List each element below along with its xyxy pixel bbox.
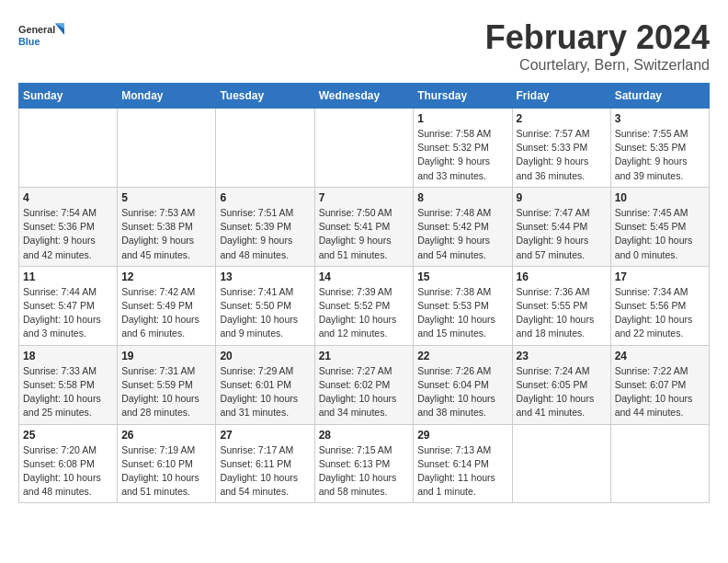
calendar-cell: 14Sunrise: 7:39 AMSunset: 5:52 PMDayligh…	[314, 266, 414, 345]
day-number: 29	[417, 429, 507, 442]
day-info: Sunrise: 7:22 AMSunset: 6:07 PMDaylight:…	[615, 364, 705, 420]
day-number: 12	[121, 270, 211, 283]
calendar-cell	[610, 424, 709, 503]
day-info: Sunrise: 7:39 AMSunset: 5:52 PMDaylight:…	[319, 285, 410, 341]
day-number: 18	[23, 350, 113, 362]
day-number: 13	[220, 270, 310, 283]
calendar-cell: 3Sunrise: 7:55 AMSunset: 5:35 PMDaylight…	[610, 109, 709, 188]
logo-icon: General Blue	[18, 18, 64, 55]
calendar-cell: 6Sunrise: 7:51 AMSunset: 5:39 PMDaylight…	[216, 187, 314, 266]
day-info: Sunrise: 7:24 AMSunset: 6:05 PMDaylight:…	[517, 364, 607, 420]
day-info: Sunrise: 7:41 AMSunset: 5:50 PMDaylight:…	[220, 285, 310, 341]
calendar-cell: 22Sunrise: 7:26 AMSunset: 6:04 PMDayligh…	[414, 345, 512, 424]
calendar-cell: 8Sunrise: 7:48 AMSunset: 5:42 PMDaylight…	[414, 187, 512, 266]
day-number: 15	[417, 270, 507, 283]
calendar-cell: 10Sunrise: 7:45 AMSunset: 5:45 PMDayligh…	[610, 187, 709, 266]
calendar-week-row: 11Sunrise: 7:44 AMSunset: 5:47 PMDayligh…	[19, 266, 710, 345]
day-info: Sunrise: 7:31 AMSunset: 5:59 PMDaylight:…	[121, 364, 211, 420]
day-info: Sunrise: 7:26 AMSunset: 6:04 PMDaylight:…	[417, 364, 507, 420]
calendar-cell: 26Sunrise: 7:19 AMSunset: 6:10 PMDayligh…	[118, 424, 216, 503]
day-info: Sunrise: 7:57 AMSunset: 5:33 PMDaylight:…	[517, 127, 607, 183]
day-info: Sunrise: 7:51 AMSunset: 5:39 PMDaylight:…	[220, 206, 310, 262]
day-info: Sunrise: 7:29 AMSunset: 6:01 PMDaylight:…	[220, 364, 310, 420]
day-number: 24	[615, 350, 705, 362]
day-number: 22	[417, 350, 507, 362]
day-number: 20	[220, 350, 310, 362]
weekday-header: Monday	[118, 84, 216, 109]
day-number: 17	[615, 270, 705, 283]
day-number: 25	[23, 429, 113, 442]
day-info: Sunrise: 7:44 AMSunset: 5:47 PMDaylight:…	[23, 285, 113, 341]
calendar-cell: 23Sunrise: 7:24 AMSunset: 6:05 PMDayligh…	[512, 345, 610, 424]
day-info: Sunrise: 7:54 AMSunset: 5:36 PMDaylight:…	[23, 206, 113, 262]
day-info: Sunrise: 7:58 AMSunset: 5:32 PMDaylight:…	[417, 127, 507, 183]
calendar-cell: 25Sunrise: 7:20 AMSunset: 6:08 PMDayligh…	[19, 424, 118, 503]
calendar-cell: 17Sunrise: 7:34 AMSunset: 5:56 PMDayligh…	[610, 266, 709, 345]
calendar-cell: 1Sunrise: 7:58 AMSunset: 5:32 PMDaylight…	[414, 109, 512, 188]
calendar-cell	[314, 109, 414, 188]
day-number: 8	[417, 191, 507, 204]
day-number: 5	[121, 191, 211, 204]
calendar-cell: 5Sunrise: 7:53 AMSunset: 5:38 PMDaylight…	[118, 187, 216, 266]
day-info: Sunrise: 7:38 AMSunset: 5:53 PMDaylight:…	[417, 285, 507, 341]
svg-text:General: General	[18, 24, 55, 35]
calendar-cell: 24Sunrise: 7:22 AMSunset: 6:07 PMDayligh…	[610, 345, 709, 424]
day-info: Sunrise: 7:50 AMSunset: 5:41 PMDaylight:…	[319, 206, 410, 262]
day-number: 6	[220, 191, 310, 204]
calendar-header: SundayMondayTuesdayWednesdayThursdayFrid…	[19, 84, 710, 109]
day-number: 2	[517, 112, 607, 125]
day-number: 9	[517, 191, 607, 204]
calendar-cell: 12Sunrise: 7:42 AMSunset: 5:49 PMDayligh…	[118, 266, 216, 345]
day-info: Sunrise: 7:20 AMSunset: 6:08 PMDaylight:…	[23, 443, 113, 500]
calendar-title: February 2024	[485, 18, 710, 57]
day-number: 21	[319, 350, 410, 362]
day-number: 26	[121, 429, 211, 442]
calendar-cell	[512, 424, 610, 503]
day-info: Sunrise: 7:15 AMSunset: 6:13 PMDaylight:…	[319, 443, 410, 500]
day-number: 19	[121, 350, 211, 362]
calendar-body: 1Sunrise: 7:58 AMSunset: 5:32 PMDaylight…	[19, 109, 710, 503]
day-number: 23	[517, 350, 607, 362]
calendar-cell: 20Sunrise: 7:29 AMSunset: 6:01 PMDayligh…	[216, 345, 314, 424]
day-info: Sunrise: 7:33 AMSunset: 5:58 PMDaylight:…	[23, 364, 113, 420]
calendar-cell: 7Sunrise: 7:50 AMSunset: 5:41 PMDaylight…	[314, 187, 414, 266]
calendar-cell: 27Sunrise: 7:17 AMSunset: 6:11 PMDayligh…	[216, 424, 314, 503]
logo: General Blue	[18, 18, 64, 55]
calendar-week-row: 18Sunrise: 7:33 AMSunset: 5:58 PMDayligh…	[19, 345, 710, 424]
calendar-cell	[19, 109, 118, 188]
calendar-cell: 29Sunrise: 7:13 AMSunset: 6:14 PMDayligh…	[414, 424, 512, 503]
svg-text:Blue: Blue	[18, 36, 40, 47]
day-info: Sunrise: 7:36 AMSunset: 5:55 PMDaylight:…	[517, 285, 607, 341]
day-number: 7	[319, 191, 410, 204]
calendar-week-row: 4Sunrise: 7:54 AMSunset: 5:36 PMDaylight…	[19, 187, 710, 266]
weekday-header: Friday	[512, 84, 610, 109]
day-number: 27	[220, 429, 310, 442]
weekday-header-row: SundayMondayTuesdayWednesdayThursdayFrid…	[19, 84, 710, 109]
calendar-week-row: 25Sunrise: 7:20 AMSunset: 6:08 PMDayligh…	[19, 424, 710, 503]
day-info: Sunrise: 7:55 AMSunset: 5:35 PMDaylight:…	[615, 127, 705, 183]
day-info: Sunrise: 7:19 AMSunset: 6:10 PMDaylight:…	[121, 443, 211, 500]
weekday-header: Wednesday	[314, 84, 414, 109]
calendar-cell: 18Sunrise: 7:33 AMSunset: 5:58 PMDayligh…	[19, 345, 118, 424]
title-block: February 2024 Courtelary, Bern, Switzerl…	[485, 18, 710, 74]
calendar-cell: 15Sunrise: 7:38 AMSunset: 5:53 PMDayligh…	[414, 266, 512, 345]
day-number: 10	[615, 191, 705, 204]
calendar-week-row: 1Sunrise: 7:58 AMSunset: 5:32 PMDaylight…	[19, 109, 710, 188]
day-number: 3	[615, 112, 705, 125]
calendar-cell	[118, 109, 216, 188]
day-number: 14	[319, 270, 410, 283]
day-info: Sunrise: 7:53 AMSunset: 5:38 PMDaylight:…	[121, 206, 211, 262]
day-info: Sunrise: 7:47 AMSunset: 5:44 PMDaylight:…	[517, 206, 607, 262]
day-number: 1	[417, 112, 507, 125]
calendar-cell: 21Sunrise: 7:27 AMSunset: 6:02 PMDayligh…	[314, 345, 414, 424]
calendar-cell: 2Sunrise: 7:57 AMSunset: 5:33 PMDaylight…	[512, 109, 610, 188]
weekday-header: Sunday	[19, 84, 118, 109]
day-info: Sunrise: 7:17 AMSunset: 6:11 PMDaylight:…	[220, 443, 310, 500]
calendar-subtitle: Courtelary, Bern, Switzerland	[485, 57, 710, 74]
day-info: Sunrise: 7:48 AMSunset: 5:42 PMDaylight:…	[417, 206, 507, 262]
day-number: 4	[23, 191, 113, 204]
day-info: Sunrise: 7:13 AMSunset: 6:14 PMDaylight:…	[417, 443, 507, 500]
day-info: Sunrise: 7:42 AMSunset: 5:49 PMDaylight:…	[121, 285, 211, 341]
weekday-header: Thursday	[414, 84, 512, 109]
calendar-cell: 11Sunrise: 7:44 AMSunset: 5:47 PMDayligh…	[19, 266, 118, 345]
